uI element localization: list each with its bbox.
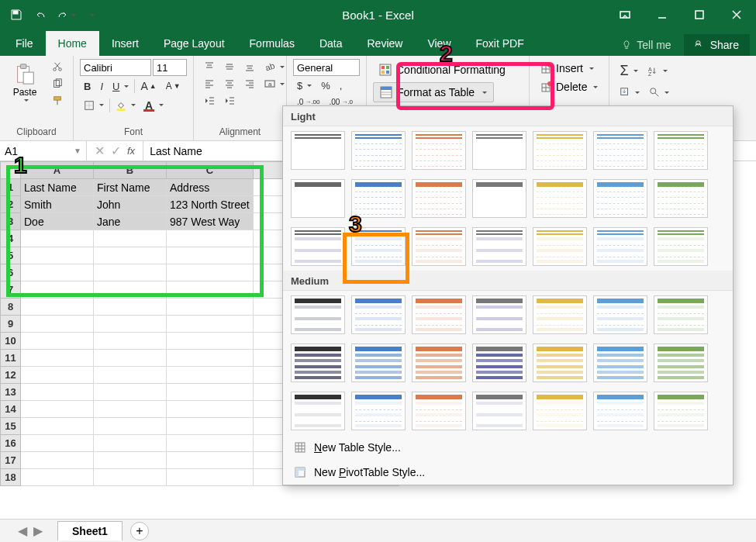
qat-customize-icon[interactable] bbox=[81, 5, 101, 25]
table-style-thumb[interactable] bbox=[654, 131, 708, 170]
align-bottom-button[interactable] bbox=[240, 59, 259, 74]
table-style-thumb[interactable] bbox=[593, 343, 647, 382]
tab-formulas[interactable]: Formulas bbox=[237, 31, 307, 56]
cell[interactable] bbox=[167, 469, 254, 486]
cancel-formula-icon[interactable]: ✕ bbox=[95, 143, 105, 158]
table-style-thumb[interactable] bbox=[533, 392, 587, 430]
fx-icon[interactable]: fx bbox=[127, 145, 135, 157]
table-style-thumb[interactable] bbox=[351, 295, 406, 334]
cell[interactable] bbox=[94, 333, 167, 350]
cell[interactable] bbox=[94, 401, 167, 418]
row-header[interactable]: 9 bbox=[1, 316, 21, 333]
delete-cells-button[interactable]: Delete bbox=[536, 79, 602, 95]
format-as-table-button[interactable]: Format as Table bbox=[373, 82, 494, 102]
cell[interactable] bbox=[21, 247, 94, 264]
cell[interactable]: Doe bbox=[21, 213, 94, 230]
ribbon-options-icon[interactable] bbox=[607, 0, 643, 29]
close-icon[interactable] bbox=[719, 0, 754, 29]
tab-insert[interactable]: Insert bbox=[99, 31, 151, 56]
table-style-thumb[interactable] bbox=[291, 343, 345, 382]
cell[interactable] bbox=[167, 281, 254, 299]
row-header[interactable]: 18 bbox=[1, 469, 21, 486]
column-header[interactable]: B bbox=[94, 162, 167, 179]
table-style-thumb[interactable] bbox=[472, 131, 526, 170]
cell[interactable] bbox=[94, 367, 167, 384]
table-style-thumb[interactable] bbox=[654, 295, 708, 334]
cell[interactable]: Address bbox=[167, 179, 254, 196]
table-style-thumb[interactable] bbox=[472, 227, 526, 266]
cell[interactable] bbox=[21, 333, 94, 350]
row-header[interactable]: 15 bbox=[1, 418, 21, 435]
increase-indent-button[interactable] bbox=[220, 93, 239, 109]
row-header[interactable]: 17 bbox=[1, 452, 21, 469]
column-header[interactable]: C bbox=[167, 162, 254, 179]
align-center-button[interactable] bbox=[220, 76, 239, 91]
cell[interactable] bbox=[94, 384, 167, 401]
cell[interactable] bbox=[167, 367, 254, 384]
tab-view[interactable]: View bbox=[415, 31, 463, 56]
increase-font-button[interactable]: A▲ bbox=[136, 78, 160, 95]
cell[interactable] bbox=[21, 230, 94, 247]
select-all-cell[interactable] bbox=[1, 162, 21, 179]
number-format-select[interactable] bbox=[293, 59, 360, 76]
sheet-nav-next[interactable]: ▶ bbox=[31, 524, 45, 538]
table-style-thumb[interactable] bbox=[351, 392, 406, 430]
new-pivottable-style-button[interactable]: New PivotTable Style... bbox=[283, 460, 733, 485]
cell[interactable] bbox=[21, 435, 94, 452]
format-painter-button[interactable] bbox=[48, 93, 67, 109]
autosum-button[interactable]: Σ bbox=[616, 60, 641, 81]
accounting-format-button[interactable]: $ bbox=[293, 78, 316, 94]
row-header[interactable]: 5 bbox=[1, 247, 21, 264]
table-style-thumb[interactable] bbox=[351, 179, 406, 218]
merge-center-button[interactable]: a bbox=[261, 76, 288, 91]
bold-button[interactable]: B bbox=[80, 78, 95, 95]
row-header[interactable]: 10 bbox=[1, 333, 21, 350]
table-style-thumb[interactable] bbox=[533, 343, 587, 382]
maximize-icon[interactable] bbox=[682, 0, 717, 29]
table-style-thumb[interactable] bbox=[533, 295, 587, 334]
cell[interactable] bbox=[21, 299, 94, 316]
cell[interactable] bbox=[94, 452, 167, 469]
table-style-thumb[interactable] bbox=[291, 295, 345, 334]
borders-button[interactable] bbox=[80, 98, 108, 113]
cell[interactable]: John bbox=[94, 196, 167, 213]
row-header[interactable]: 13 bbox=[1, 384, 21, 401]
paste-button[interactable]: Paste bbox=[6, 59, 43, 105]
italic-button[interactable]: I bbox=[96, 78, 107, 95]
row-header[interactable]: 11 bbox=[1, 350, 21, 367]
cell[interactable] bbox=[167, 384, 254, 401]
column-header[interactable]: A bbox=[21, 162, 94, 179]
table-style-thumb[interactable] bbox=[351, 343, 406, 382]
cell[interactable] bbox=[167, 316, 254, 333]
table-style-thumb[interactable] bbox=[593, 131, 647, 170]
undo-icon[interactable] bbox=[31, 5, 51, 25]
table-style-thumb[interactable] bbox=[654, 343, 708, 382]
cell[interactable] bbox=[167, 452, 254, 469]
cell[interactable] bbox=[167, 230, 254, 247]
table-style-thumb[interactable] bbox=[412, 295, 466, 334]
cell[interactable] bbox=[167, 435, 254, 452]
cell[interactable] bbox=[167, 418, 254, 435]
row-header[interactable]: 12 bbox=[1, 367, 21, 384]
tab-home[interactable]: Home bbox=[46, 31, 99, 56]
row-header[interactable]: 2 bbox=[1, 196, 21, 213]
cell[interactable] bbox=[94, 469, 167, 486]
cell[interactable] bbox=[94, 350, 167, 367]
cell[interactable] bbox=[167, 247, 254, 264]
row-header[interactable]: 16 bbox=[1, 435, 21, 452]
table-style-thumb[interactable] bbox=[593, 179, 647, 218]
table-style-thumb[interactable] bbox=[654, 227, 708, 266]
cell[interactable] bbox=[94, 281, 167, 299]
table-style-thumb[interactable] bbox=[472, 392, 526, 430]
table-style-thumb[interactable] bbox=[291, 179, 345, 218]
tab-page-layout[interactable]: Page Layout bbox=[151, 31, 237, 56]
cell[interactable] bbox=[167, 333, 254, 350]
row-header[interactable]: 3 bbox=[1, 213, 21, 230]
decrease-font-button[interactable]: A▼ bbox=[162, 78, 185, 94]
row-header[interactable]: 6 bbox=[1, 264, 21, 281]
cell[interactable]: 987 West Way bbox=[167, 213, 254, 230]
fill-color-button[interactable] bbox=[112, 98, 140, 113]
table-style-thumb[interactable] bbox=[412, 131, 466, 170]
table-style-thumb[interactable] bbox=[351, 131, 406, 170]
align-middle-button[interactable] bbox=[220, 59, 239, 74]
